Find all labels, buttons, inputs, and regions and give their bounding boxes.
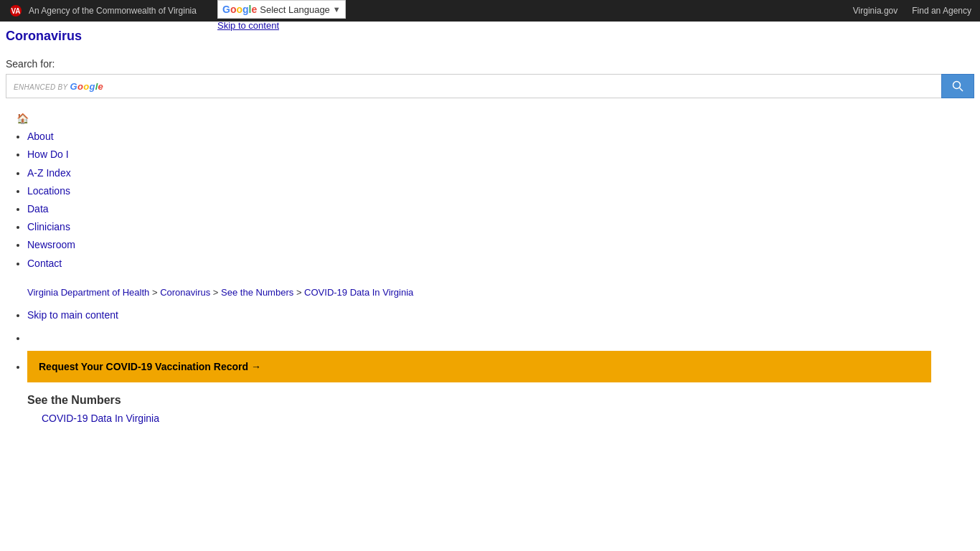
svg-point-2 — [953, 82, 961, 89]
site-title-link[interactable]: Coronavirus — [6, 29, 974, 44]
top-bar-left: VA An Agency of the Commonwealth of Virg… — [9, 4, 197, 18]
breadcrumb-sep-2: > — [213, 287, 221, 298]
nav-item-about: About — [27, 128, 974, 146]
breadcrumb-coronavirus[interactable]: Coronavirus — [160, 287, 210, 298]
see-numbers-section: See the Numbers COVID-19 Data In Virgini… — [27, 394, 974, 424]
skip-to-content-link[interactable]: Skip to content — [217, 20, 279, 31]
empty-bullet-item — [27, 332, 974, 344]
breadcrumb-covid-data[interactable]: COVID-19 Data In Virginia — [304, 287, 413, 298]
nav-link-az-index[interactable]: A-Z Index — [27, 167, 71, 179]
svg-text:VA: VA — [11, 7, 20, 15]
find-agency-link[interactable]: Find an Agency — [912, 6, 971, 16]
home-icon: 🏠 — [17, 113, 29, 124]
nav-item-locations: Locations — [27, 182, 974, 200]
nav-item-clinicians: Clinicians — [27, 218, 974, 236]
search-input-container: ENHANCED BY Google — [6, 74, 941, 98]
search-button[interactable] — [941, 74, 974, 98]
nav-link-contact[interactable]: Contact — [27, 258, 62, 269]
empty-bullet-list — [6, 332, 974, 344]
nav-home-item: 🏠 — [17, 110, 974, 128]
search-label: Search for: — [6, 58, 974, 70]
virginia-gov-link[interactable]: Virginia.gov — [853, 6, 897, 16]
nav-item-newsroom: Newsroom — [27, 236, 974, 254]
top-bar: VA An Agency of the Commonwealth of Virg… — [0, 0, 980, 22]
nav-link-about[interactable]: About — [27, 131, 54, 142]
main-content: Coronavirus Search for: ENHANCED BY Goog… — [0, 22, 980, 431]
search-row: ENHANCED BY Google — [6, 74, 974, 98]
language-bar[interactable]: Google Select Language ▼ — [217, 0, 346, 19]
skip-main-link[interactable]: Skip to main content — [27, 309, 118, 321]
nav-link-data[interactable]: Data — [27, 203, 49, 215]
google-g-logo: Google — [70, 81, 103, 92]
skip-main-item: Skip to main content — [27, 309, 974, 321]
breadcrumb-sep-3: > — [296, 287, 304, 298]
breadcrumb-sep-1: > — [152, 287, 160, 298]
agency-text: An Agency of the Commonwealth of Virgini… — [29, 6, 197, 16]
breadcrumb: Virginia Department of Health > Coronavi… — [27, 287, 974, 298]
enhanced-by-google-text: ENHANCED BY Google — [14, 81, 105, 92]
see-numbers-title: See the Numbers — [27, 394, 974, 407]
svg-line-3 — [960, 88, 963, 92]
agency-icon: VA — [9, 4, 23, 18]
chevron-down-icon: ▼ — [333, 5, 341, 14]
top-bar-right: Virginia.gov Find an Agency — [853, 6, 971, 16]
nav-link-newsroom[interactable]: Newsroom — [27, 239, 75, 250]
nav-home-link[interactable]: 🏠 — [17, 113, 29, 124]
nav-item-data: Data — [27, 200, 974, 218]
vaccination-banner-item: Request Your COVID-19 Vaccination Record… — [27, 351, 974, 382]
nav-item-contact: Contact — [27, 255, 974, 273]
vaccination-banner-wrapper: Request Your COVID-19 Vaccination Record… — [6, 351, 974, 382]
covid-data-link[interactable]: COVID-19 Data In Virginia — [42, 413, 974, 424]
nav-link-how-do-i[interactable]: How Do I — [27, 149, 69, 160]
breadcrumb-see-numbers[interactable]: See the Numbers — [221, 287, 293, 298]
skip-main-list: Skip to main content — [6, 309, 974, 321]
search-icon — [952, 80, 963, 92]
nav-link-locations[interactable]: Locations — [27, 185, 70, 197]
vaccination-record-banner[interactable]: Request Your COVID-19 Vaccination Record… — [27, 351, 931, 382]
search-input[interactable] — [109, 80, 934, 92]
nav-link-clinicians[interactable]: Clinicians — [27, 221, 70, 232]
breadcrumb-vdh[interactable]: Virginia Department of Health — [27, 287, 149, 298]
google-logo-icon: Google — [222, 4, 257, 15]
nav-item-az-index: A-Z Index — [27, 164, 974, 182]
select-language-text: Select Language — [260, 4, 330, 15]
nav-item-how-do-i: How Do I — [27, 146, 974, 164]
nav-list: 🏠 About How Do I A-Z Index Locations Dat… — [6, 110, 974, 273]
